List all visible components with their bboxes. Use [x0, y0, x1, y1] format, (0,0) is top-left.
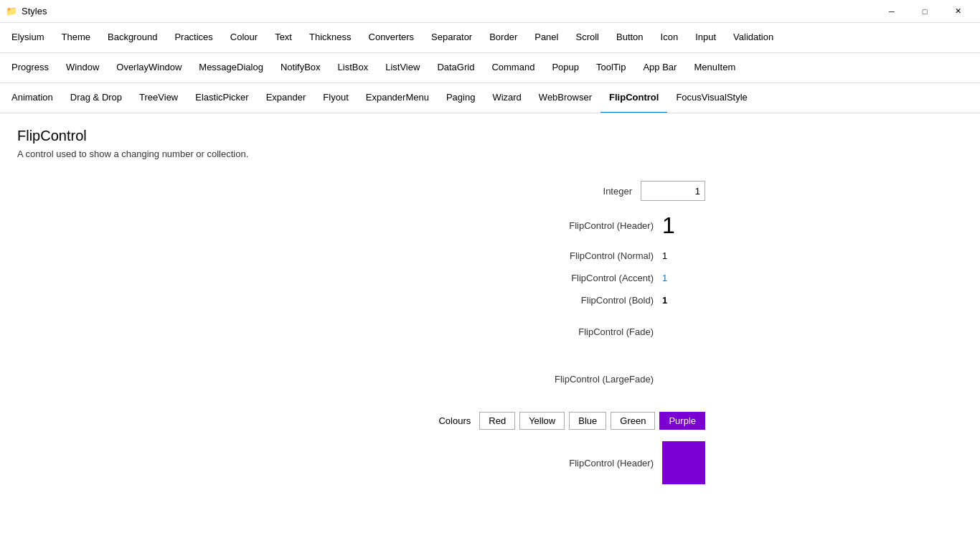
colours-row: Colours Red Yellow Blue Green Purple: [275, 412, 705, 430]
fade-row: FlipControl (Fade): [275, 317, 705, 346]
nav-scroll[interactable]: Scroll: [567, 23, 608, 53]
normal-label: FlipControl (Normal): [510, 250, 654, 261]
colour-btn-blue[interactable]: Blue: [569, 412, 606, 430]
nav-expandermenu[interactable]: ExpanderMenu: [357, 83, 438, 113]
nav-messagedialog[interactable]: MessageDialog: [190, 53, 272, 83]
nav-icon[interactable]: Icon: [652, 23, 687, 53]
colour-btn-purple[interactable]: Purple: [659, 412, 705, 430]
nav-separator[interactable]: Separator: [423, 23, 481, 53]
maximize-button[interactable]: □: [908, 0, 941, 23]
colour-btn-yellow[interactable]: Yellow: [519, 412, 565, 430]
accent-value: 1: [662, 273, 705, 283]
nav-validation[interactable]: Validation: [725, 23, 782, 53]
nav-listbox[interactable]: ListBox: [329, 53, 377, 83]
nav-elysium[interactable]: Elysium: [3, 23, 53, 53]
nav-progress[interactable]: Progress: [3, 53, 57, 83]
colours-label: Colours: [438, 415, 471, 426]
nav-menuitem[interactable]: MenuItem: [685, 53, 744, 83]
bold-value: 1: [662, 295, 705, 306]
nav-flipcontrol[interactable]: FlipControl: [600, 83, 667, 113]
nav-row-2: Progress Window OverlayWindow MessageDia…: [0, 53, 980, 83]
nav-theme[interactable]: Theme: [53, 23, 99, 53]
nav-panel[interactable]: Panel: [526, 23, 567, 53]
main-window: 📁 Styles ─ □ ✕ Elysium Theme Background …: [0, 0, 980, 551]
bold-row: FlipControl (Bold) 1: [275, 295, 705, 306]
largefade-label: FlipControl (LargeFade): [510, 374, 654, 385]
largefade-row: FlipControl (LargeFade): [275, 357, 705, 400]
nav-focusvisualstyle[interactable]: FocusVisualStyle: [667, 83, 755, 113]
accent-label: FlipControl (Accent): [510, 273, 654, 283]
nav-command[interactable]: Command: [483, 53, 543, 83]
window-title: Styles: [22, 6, 47, 17]
nav-practices[interactable]: Practices: [166, 23, 221, 53]
nav-button[interactable]: Button: [608, 23, 652, 53]
integer-label: Integer: [489, 186, 632, 197]
nav-window[interactable]: Window: [57, 53, 108, 83]
nav-flyout[interactable]: Flyout: [314, 83, 357, 113]
content-area: FlipControl A control used to show a cha…: [0, 113, 980, 551]
close-button[interactable]: ✕: [941, 0, 974, 23]
nav-animation[interactable]: Animation: [3, 83, 62, 113]
header-value: 1: [662, 212, 705, 239]
page-description: A control used to show a changing number…: [17, 149, 963, 159]
nav-tooltip[interactable]: ToolTip: [588, 53, 634, 83]
nav-elasticpicker[interactable]: ElasticPicker: [187, 83, 257, 113]
integer-input[interactable]: [641, 181, 705, 201]
nav-expander[interactable]: Expander: [258, 83, 315, 113]
nav-draganddrop[interactable]: Drag & Drop: [62, 83, 131, 113]
minimize-button[interactable]: ─: [875, 0, 908, 23]
normal-value: 1: [662, 250, 705, 261]
nav-colour[interactable]: Colour: [222, 23, 266, 53]
title-bar-left: 📁 Styles: [6, 6, 47, 17]
nav-popup[interactable]: Popup: [543, 53, 588, 83]
nav-appbar[interactable]: App Bar: [634, 53, 685, 83]
nav-row-1: Elysium Theme Background Practices Colou…: [0, 23, 980, 53]
nav-wizard[interactable]: Wizard: [484, 83, 529, 113]
header-label: FlipControl (Header): [510, 220, 654, 231]
nav-overlaywindow[interactable]: OverlayWindow: [108, 53, 190, 83]
title-bar: 📁 Styles ─ □ ✕: [0, 0, 980, 23]
nav-treeview[interactable]: TreeView: [131, 83, 187, 113]
nav-paging[interactable]: Paging: [438, 83, 484, 113]
colour-btn-red[interactable]: Red: [479, 412, 515, 430]
swatch-row: FlipControl (Header): [275, 441, 705, 484]
fade-label: FlipControl (Fade): [510, 326, 654, 337]
nav-notifybox[interactable]: NotifyBox: [272, 53, 329, 83]
nav-datagrid[interactable]: DataGrid: [428, 53, 483, 83]
nav-listview[interactable]: ListView: [377, 53, 428, 83]
nav-border[interactable]: Border: [481, 23, 526, 53]
accent-row: FlipControl (Accent) 1: [275, 273, 705, 283]
app-icon: 📁: [6, 6, 17, 17]
nav-text[interactable]: Text: [266, 23, 301, 53]
bold-label: FlipControl (Bold): [510, 295, 654, 306]
nav-row-3: Animation Drag & Drop TreeView ElasticPi…: [0, 83, 980, 113]
nav-background[interactable]: Background: [99, 23, 166, 53]
colour-btn-green[interactable]: Green: [611, 412, 655, 430]
nav-converters[interactable]: Converters: [360, 23, 423, 53]
nav-thickness[interactable]: Thickness: [301, 23, 360, 53]
integer-row: Integer: [275, 181, 705, 201]
page-title: FlipControl: [17, 128, 963, 144]
normal-row: FlipControl (Normal) 1: [275, 250, 705, 261]
header-row: FlipControl (Header) 1: [275, 212, 705, 239]
swatch-label: FlipControl (Header): [510, 458, 654, 468]
colour-swatch: [662, 441, 705, 484]
window-controls: ─ □ ✕: [875, 0, 974, 23]
nav-webbrowser[interactable]: WebBrowser: [530, 83, 600, 113]
demo-area: Integer FlipControl (Header) 1 FlipContr…: [17, 181, 963, 496]
nav-input[interactable]: Input: [687, 23, 725, 53]
